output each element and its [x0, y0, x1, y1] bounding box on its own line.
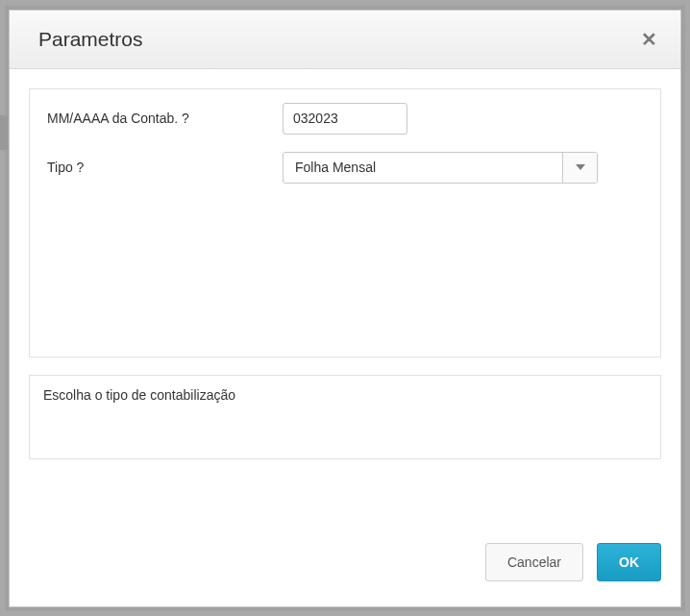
form-row-date: MM/AAAA da Contab. ?	[47, 103, 643, 135]
dialog-header: Parametros ✕	[10, 11, 680, 69]
dialog-body: MM/AAAA da Contab. ? Tipo ? Folha Mensal…	[10, 69, 680, 520]
dialog-footer: Cancelar OK	[10, 520, 680, 606]
help-text: Escolha o tipo de contabilização	[29, 375, 661, 459]
ok-button[interactable]: OK	[597, 543, 661, 581]
dialog-title: Parametros	[38, 28, 143, 51]
svg-marker-0	[576, 164, 585, 170]
type-select-value: Folha Mensal	[283, 153, 562, 183]
chevron-down-icon	[562, 153, 597, 183]
form-row-type: Tipo ? Folha Mensal	[47, 152, 643, 184]
type-label: Tipo ?	[47, 160, 283, 175]
date-input[interactable]	[283, 103, 407, 135]
parameters-dialog: Parametros ✕ MM/AAAA da Contab. ? Tipo ?…	[9, 10, 681, 607]
background-tab	[0, 115, 8, 150]
form-area: MM/AAAA da Contab. ? Tipo ? Folha Mensal	[29, 88, 661, 357]
close-icon[interactable]: ✕	[641, 30, 657, 49]
cancel-button[interactable]: Cancelar	[485, 543, 583, 581]
date-label: MM/AAAA da Contab. ?	[47, 111, 283, 126]
type-select[interactable]: Folha Mensal	[283, 152, 598, 184]
